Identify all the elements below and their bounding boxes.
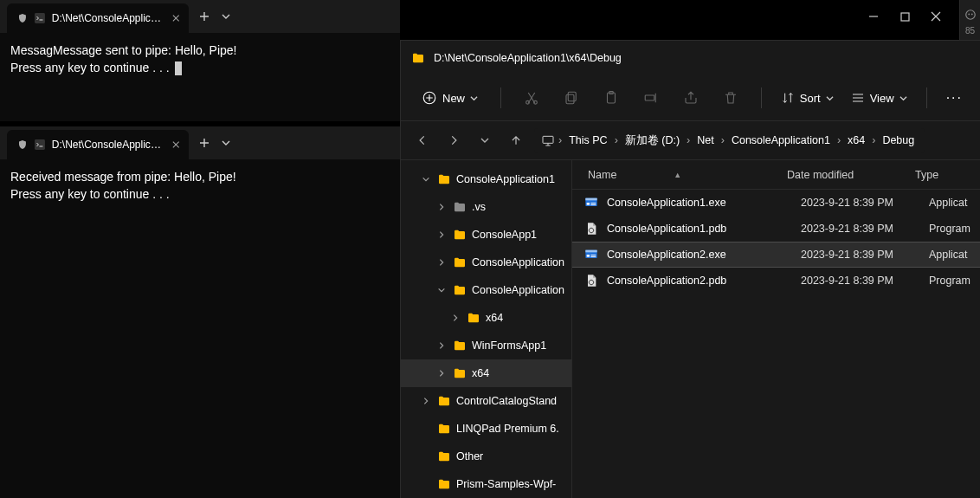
chevron-right-icon[interactable]	[435, 369, 448, 378]
exe-icon	[584, 248, 598, 262]
file-row[interactable]: ConsoleApplication2.pdb2023-9-21 8:39 PM…	[572, 268, 980, 294]
tree-item[interactable]: WinFormsApp1	[401, 332, 571, 359]
chevron-right-icon[interactable]	[435, 341, 448, 350]
folder-icon	[437, 394, 451, 408]
svg-rect-24	[590, 255, 596, 255]
folder-icon	[453, 255, 467, 269]
pdb-icon	[584, 222, 598, 236]
folder-icon	[467, 311, 480, 325]
back-button[interactable]	[409, 134, 435, 146]
copy-icon[interactable]	[564, 90, 579, 106]
tree-item[interactable]: LINQPad Premium 6.	[401, 415, 571, 443]
file-list-header[interactable]: Name ▲ Date modified Type	[572, 160, 980, 190]
tree-item[interactable]: ConsoleApplication	[401, 276, 571, 304]
shield-icon	[17, 12, 28, 24]
folder-icon	[453, 228, 467, 242]
file-row[interactable]: ConsoleApplication1.exe2023-9-21 8:39 PM…	[572, 190, 980, 216]
view-button[interactable]: View	[846, 87, 912, 108]
close-button[interactable]	[930, 10, 942, 23]
delete-icon[interactable]	[723, 90, 738, 106]
close-icon[interactable]	[172, 140, 180, 149]
chevron-down-icon[interactable]	[420, 175, 432, 184]
new-button[interactable]: New	[413, 85, 487, 111]
svg-rect-13	[645, 95, 654, 100]
svg-rect-2	[901, 13, 909, 21]
maximize-button[interactable]	[899, 10, 911, 23]
folder-icon	[437, 477, 451, 491]
chevron-down-icon[interactable]	[222, 12, 230, 21]
crumb-net[interactable]: Net	[693, 133, 717, 148]
chevron-right-icon[interactable]	[435, 258, 448, 267]
svg-rect-9	[568, 92, 576, 100]
explorer-title-path: D:\Net\ConsoleApplication1\x64\Debug	[434, 52, 622, 64]
breadcrumb[interactable]: › This PC › 新加卷 (D:) › Net › ConsoleAppl…	[534, 128, 925, 153]
tree-item[interactable]: ConsoleApplication1	[401, 165, 571, 193]
sort-button[interactable]: Sort	[776, 87, 839, 108]
tree-item[interactable]: Other	[401, 443, 571, 470]
tree-item[interactable]: ConsoleApp1	[401, 221, 571, 249]
plus-circle-icon	[422, 90, 437, 106]
folder-icon	[453, 366, 467, 380]
new-tab-icon[interactable]	[199, 138, 210, 148]
terminal1-tab[interactable]: D:\Net\ConsoleApplication1\	[7, 3, 189, 33]
new-tab-icon[interactable]	[199, 11, 210, 22]
file-list: Name ▲ Date modified Type ConsoleApplica…	[572, 160, 980, 498]
minimize-button[interactable]	[867, 10, 880, 23]
more-button[interactable]: ···	[941, 87, 968, 109]
chevron-right-icon[interactable]	[420, 397, 432, 405]
forward-button[interactable]	[441, 134, 467, 146]
cut-icon[interactable]	[524, 90, 539, 106]
pc-icon	[541, 133, 555, 147]
tree-item[interactable]: .vs	[401, 193, 571, 221]
tree-item[interactable]: ConsoleApplication	[401, 249, 571, 276]
file-row[interactable]: ConsoleApplication2.exe2023-9-21 8:39 PM…	[572, 242, 980, 268]
crumb-drive[interactable]: 新加卷 (D:)	[622, 132, 683, 150]
chevron-right-icon[interactable]	[435, 230, 448, 239]
terminal1-output: MessagMessage sent to pipe: Hello, Pipe!…	[0, 33, 400, 85]
sort-icon	[781, 91, 795, 105]
terminal-window-2: D:\Net\ConsoleApplication1\ Received mes…	[0, 126, 400, 498]
tree-item[interactable]: Prism-Samples-Wpf-	[401, 470, 571, 498]
svg-rect-1	[35, 139, 45, 150]
crumb-app[interactable]: ConsoleApplication1	[728, 133, 834, 148]
svg-rect-23	[587, 255, 590, 257]
tree-item[interactable]: x64	[401, 359, 571, 387]
share-icon[interactable]	[683, 90, 699, 106]
cursor	[175, 61, 182, 75]
svg-rect-19	[590, 204, 596, 205]
paste-icon[interactable]	[603, 90, 619, 106]
view-icon	[851, 91, 865, 105]
file-row[interactable]: ConsoleApplication1.pdb2023-9-21 8:39 PM…	[572, 216, 980, 242]
folder-icon	[453, 200, 467, 214]
terminal2-titlebar[interactable]: D:\Net\ConsoleApplication1\	[0, 126, 400, 159]
sort-asc-icon: ▲	[674, 171, 681, 179]
up-button[interactable]	[503, 134, 529, 146]
chevron-down-icon[interactable]	[435, 286, 448, 294]
tree-item[interactable]: ControlCatalogStand	[401, 387, 571, 415]
pdb-icon	[584, 274, 598, 288]
recent-button[interactable]	[472, 136, 498, 145]
chevron-down-icon	[470, 94, 478, 102]
close-icon[interactable]	[172, 14, 180, 23]
folder-tree[interactable]: ConsoleApplication1.vsConsoleApp1Console…	[401, 160, 572, 498]
terminal1-tab-title: D:\Net\ConsoleApplication1\	[52, 12, 163, 24]
crumb-x64[interactable]: x64	[844, 133, 868, 148]
chevron-right-icon[interactable]	[449, 314, 461, 322]
rename-icon[interactable]	[643, 90, 659, 106]
chevron-right-icon: ›	[558, 134, 562, 146]
chevron-down-icon[interactable]	[222, 139, 230, 147]
folder-icon	[453, 283, 467, 297]
chevron-right-icon[interactable]	[435, 203, 448, 211]
crumb-this-pc[interactable]: This PC	[565, 133, 610, 148]
terminal1-titlebar[interactable]: D:\Net\ConsoleApplication1\	[0, 0, 400, 33]
svg-rect-14	[543, 136, 553, 143]
copilot-icon[interactable]	[964, 9, 977, 21]
shield-icon	[17, 139, 28, 151]
cmd-icon	[35, 139, 45, 151]
explorer-titlebar[interactable]: D:\Net\ConsoleApplication1\x64\Debug	[401, 41, 980, 75]
tree-item[interactable]: x64	[401, 304, 571, 332]
terminal2-tab[interactable]: D:\Net\ConsoleApplication1\	[7, 130, 189, 159]
folder-icon	[437, 449, 451, 463]
crumb-debug[interactable]: Debug	[879, 133, 918, 148]
svg-point-7	[526, 100, 530, 104]
